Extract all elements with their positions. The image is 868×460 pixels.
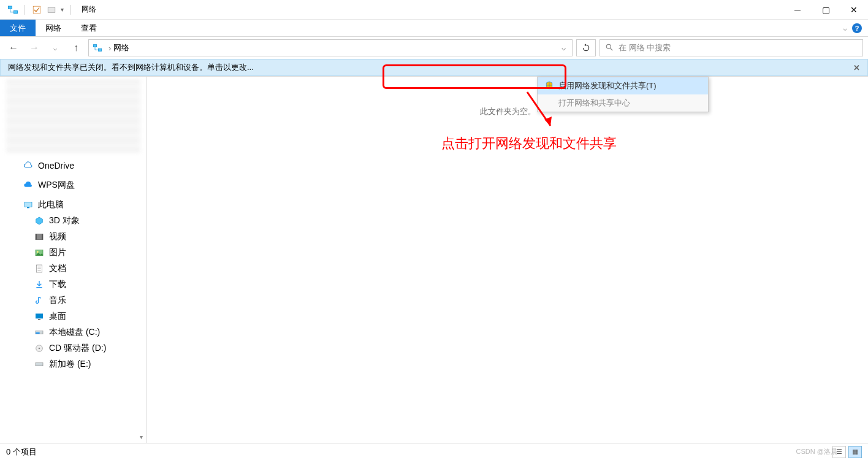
empty-folder-text: 此文件夹为空。 [480,106,536,117]
quickaccess-blurred [6,79,140,153]
help-icon[interactable]: ? [852,23,862,33]
menu-item-label: 启用网络发现和文件共享(T) [558,80,657,91]
svg-rect-8 [25,202,32,207]
title-bar: ▾ 网络 ─ ▢ ✕ [0,0,868,20]
address-dropdown-icon[interactable]: ⌵ [559,44,568,52]
back-button[interactable]: ← [5,39,22,56]
qat-folder-icon[interactable] [46,4,57,15]
sidebar-item-videos[interactable]: 视频 [0,229,147,245]
info-bar[interactable]: 网络发现和文件共享已关闭。看不到网络计算机和设备。单击以更改... ✕ [0,59,868,76]
refresh-button[interactable] [576,39,596,56]
sidebar-item-drive-c[interactable]: 本地磁盘 (C:) [0,324,147,340]
pc-icon [23,200,33,210]
content-pane[interactable]: 此文件夹为空。 启用网络发现和文件共享(T) 打开网络和共享中心 点击打开网络发… [147,77,868,443]
sidebar-item-music[interactable]: 音乐 [0,293,147,309]
qat-checkbox-icon[interactable] [31,4,42,15]
minimize-button[interactable]: ─ [783,0,812,20]
svg-rect-11 [36,234,37,239]
sidebar-item-documents[interactable]: 文档 [0,261,147,277]
cd-drive-icon [34,343,44,353]
drive-icon [34,328,44,337]
documents-icon [34,264,44,274]
annotation-text: 点击打开网络发现和文件共享 [441,134,617,153]
tab-view[interactable]: 查看 [71,20,107,36]
breadcrumb-text[interactable]: 网络 [113,42,129,53]
breadcrumb-separator-icon: › [108,44,111,53]
tab-file[interactable]: 文件 [0,20,36,36]
sidebar-label: 本地磁盘 (C:) [49,327,100,338]
desktop-icon [34,312,44,321]
search-placeholder: 在 网络 中搜索 [619,42,671,53]
tab-network[interactable]: 网络 [36,20,71,36]
address-network-icon [93,43,102,53]
navigation-bar: ← → ⌵ ↑ › 网络 ⌵ 在 网络 中搜索 [0,37,868,59]
video-icon [34,232,44,242]
sidebar-label: 桌面 [49,311,66,322]
sidebar-item-drive-d[interactable]: CD 驱动器 (D:) [0,340,147,356]
svg-rect-20 [36,313,43,318]
svg-rect-5 [98,48,101,51]
sidebar-label: CD 驱动器 (D:) [49,343,106,354]
sidebar-item-onedrive[interactable]: OneDrive [0,158,147,174]
svg-rect-21 [38,319,40,320]
svg-point-25 [39,348,40,350]
search-icon [605,43,614,53]
sidebar-item-wps[interactable]: WPS网盘 [0,177,147,193]
sidebar-label: 文档 [49,263,66,274]
svg-rect-9 [27,207,29,208]
search-input[interactable]: 在 网络 中搜索 [600,39,863,56]
svg-rect-3 [48,7,55,12]
window-title: 网络 [82,4,96,15]
ribbon-collapse-icon[interactable]: ⌵ [843,24,847,33]
menu-open-sharing-center[interactable]: 打开网络和共享中心 [538,94,708,112]
close-button[interactable]: ✕ [840,0,868,20]
svg-rect-26 [36,362,43,366]
network-app-icon [7,4,18,15]
sidebar-label: 3D 对象 [49,215,80,226]
qat-dropdown-icon[interactable]: ▾ [61,6,64,13]
shield-icon [545,81,554,91]
history-dropdown[interactable]: ⌵ [47,39,64,56]
up-button[interactable]: ↑ [67,39,85,56]
pictures-icon [34,248,44,258]
sidebar-item-thispc[interactable]: 此电脑 [0,197,147,213]
svg-line-7 [611,48,613,50]
svg-rect-12 [42,234,43,239]
svg-rect-23 [36,332,40,334]
context-menu: 启用网络发现和文件共享(T) 打开网络和共享中心 [537,77,709,112]
svg-point-6 [606,44,611,48]
maximize-button[interactable]: ▢ [812,0,840,20]
ribbon-tabs: 文件 网络 查看 ⌵ ? [0,20,868,37]
svg-rect-0 [9,6,12,9]
wps-cloud-icon [23,180,33,190]
sidebar-scroll-down-icon[interactable]: ▾ [140,434,143,440]
drive-icon [34,359,44,369]
svg-point-14 [37,251,39,253]
info-bar-close-icon[interactable]: ✕ [853,63,860,72]
sidebar-label: 下载 [49,279,66,290]
navigation-sidebar: OneDrive WPS网盘 此电脑 3D 对象 视频 图片 文档 下载 [0,77,147,443]
sidebar-label: 此电脑 [38,199,64,210]
svg-marker-28 [544,117,552,126]
status-bar: 0 个项目 ☰ ▦ [0,443,868,460]
forward-button[interactable]: → [26,39,43,56]
sidebar-label: 图片 [49,247,66,258]
sidebar-item-pictures[interactable]: 图片 [0,245,147,261]
3d-icon [34,216,44,226]
sidebar-label: 新加卷 (E:) [49,359,91,370]
view-icons-button[interactable]: ▦ [848,446,862,458]
menu-enable-network-discovery[interactable]: 启用网络发现和文件共享(T) [538,77,708,94]
sidebar-item-downloads[interactable]: 下载 [0,277,147,293]
sidebar-item-drive-e[interactable]: 新加卷 (E:) [0,356,147,372]
music-icon [34,296,44,305]
info-bar-text: 网络发现和文件共享已关闭。看不到网络计算机和设备。单击以更改... [8,62,254,73]
status-item-count: 0 个项目 [6,447,37,458]
sidebar-item-desktop[interactable]: 桌面 [0,309,147,324]
address-bar[interactable]: › 网络 ⌵ [88,39,573,56]
sidebar-label: 视频 [49,231,66,242]
sidebar-label: 音乐 [49,295,66,306]
sidebar-label: WPS网盘 [38,180,75,191]
watermark: CSDN @洛晨 [796,447,837,456]
sidebar-item-3dobjects[interactable]: 3D 对象 [0,213,147,229]
svg-rect-1 [14,10,18,13]
